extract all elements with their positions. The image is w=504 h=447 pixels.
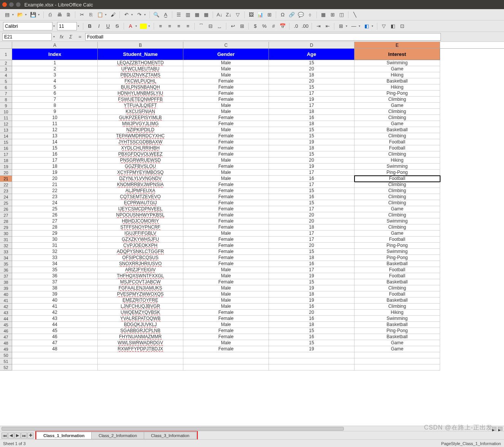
data-cell[interactable]: ECPRWAUTGIJ: [98, 200, 183, 206]
data-cell[interactable]: Climbing: [355, 200, 440, 206]
autofilter-icon[interactable]: ▽: [380, 22, 388, 30]
row-header[interactable]: 21: [0, 176, 12, 182]
empty-cell[interactable]: [12, 358, 98, 364]
column-header-C[interactable]: C: [183, 42, 269, 48]
data-cell[interactable]: TEPAWMDRRDCYXHC: [98, 133, 183, 139]
data-cell[interactable]: NPOOUSNHWYPKBSL: [98, 212, 183, 218]
data-cell[interactable]: Basketball: [355, 279, 440, 285]
data-cell[interactable]: LEQAZZBTHOMENTD: [98, 60, 183, 66]
data-cell[interactable]: 35: [12, 267, 98, 273]
strike-icon[interactable]: S: [113, 22, 121, 30]
data-cell[interactable]: Basketball: [355, 297, 440, 304]
data-cell[interactable]: Hiking: [355, 157, 440, 164]
data-cell[interactable]: 29: [12, 231, 98, 237]
data-cell[interactable]: PVESPMYZWWOXQS: [98, 291, 183, 297]
data-cell[interactable]: Game: [355, 340, 440, 346]
data-cell[interactable]: 10: [12, 115, 98, 121]
data-cell[interactable]: 20: [269, 243, 355, 249]
row-header[interactable]: 46: [0, 328, 12, 334]
save-icon[interactable]: 💾: [29, 11, 37, 19]
data-cell[interactable]: 20: [269, 310, 355, 316]
data-cell[interactable]: SGABBGRJCPLNB: [98, 328, 183, 334]
data-cell[interactable]: CQTSEMTZEVEVO: [98, 194, 183, 200]
row-icon[interactable]: ☰: [175, 11, 183, 19]
data-cell[interactable]: Female: [183, 316, 269, 322]
data-cell[interactable]: 2: [12, 66, 98, 72]
row-header[interactable]: 17: [0, 151, 12, 157]
tab-first-icon[interactable]: ⏮: [2, 433, 8, 439]
data-cell[interactable]: 19: [269, 139, 355, 145]
row-header[interactable]: 19: [0, 164, 12, 170]
row-header[interactable]: 41: [0, 297, 12, 304]
data-cell[interactable]: 16: [269, 304, 355, 310]
image-icon[interactable]: 🖼: [247, 11, 255, 19]
dec-decimal-icon[interactable]: .00: [301, 22, 309, 30]
empty-cell[interactable]: [98, 358, 183, 364]
data-cell[interactable]: 45: [12, 328, 98, 334]
row-header[interactable]: 43: [0, 310, 12, 316]
border-color-icon[interactable]: ◧: [362, 22, 371, 30]
data-cell[interactable]: Female: [183, 255, 269, 261]
print-icon[interactable]: 🖶: [55, 11, 64, 19]
data-cell[interactable]: 18: [269, 121, 355, 127]
data-cell[interactable]: 15: [269, 151, 355, 157]
data-cell[interactable]: WWLSWRWADRDGV: [98, 340, 183, 346]
row-header[interactable]: 6: [0, 84, 12, 91]
data-cell[interactable]: Ping-Pong: [355, 328, 440, 334]
empty-cell[interactable]: [98, 352, 183, 358]
tab-next-icon[interactable]: ▶: [14, 433, 21, 439]
function-wizard-icon[interactable]: fx: [58, 33, 65, 41]
data-cell[interactable]: Female: [183, 194, 269, 200]
data-cell[interactable]: 34: [12, 261, 98, 267]
data-cell[interactable]: Female: [183, 237, 269, 243]
row-header[interactable]: 32: [0, 243, 12, 249]
data-cell[interactable]: 23: [12, 194, 98, 200]
data-cell[interactable]: Male: [183, 304, 269, 310]
data-cell[interactable]: XCYFPMYEYIMBOSQ: [98, 170, 183, 176]
data-cell[interactable]: 7: [12, 97, 98, 103]
data-cell[interactable]: MWJPVGYJLIMG: [98, 121, 183, 127]
data-cell[interactable]: Swimming: [355, 316, 440, 322]
data-cell[interactable]: CVPJOEOKXPH: [98, 243, 183, 249]
row-header[interactable]: 12: [0, 121, 12, 127]
data-cell[interactable]: Female: [183, 78, 269, 84]
data-cell[interactable]: 11: [12, 121, 98, 127]
data-cell[interactable]: HBHDJCOMORIY: [98, 218, 183, 224]
data-cell[interactable]: 17: [269, 267, 355, 273]
data-cell[interactable]: Swimming: [355, 249, 440, 255]
data-cell[interactable]: 48: [12, 346, 98, 352]
data-cell[interactable]: Climbing: [355, 97, 440, 103]
data-cell[interactable]: DZYNLYLVVNGNDV: [98, 176, 183, 182]
data-cell[interactable]: FGFAALENJIAMUKS: [98, 285, 183, 291]
data-cell[interactable]: 16: [269, 194, 355, 200]
dec-indent-icon[interactable]: ⇤: [323, 22, 332, 30]
data-cell[interactable]: 38: [12, 285, 98, 291]
data-cell[interactable]: FSWUETEQNMPFFB: [98, 97, 183, 103]
row-header[interactable]: 30: [0, 231, 12, 237]
data-cell[interactable]: Male: [183, 273, 269, 279]
data-cell[interactable]: Male: [183, 60, 269, 66]
font-name-input[interactable]: [3, 22, 52, 30]
row-header[interactable]: 16: [0, 145, 12, 151]
data-cell[interactable]: 18: [269, 72, 355, 78]
data-cell[interactable]: 17: [12, 157, 98, 164]
data-cell[interactable]: Game: [355, 121, 440, 127]
column-header-B[interactable]: B: [98, 42, 183, 48]
sort-desc-icon[interactable]: Z↓: [224, 11, 233, 19]
data-cell[interactable]: 19: [269, 164, 355, 170]
data-cell[interactable]: Climbing: [355, 285, 440, 291]
data-cell[interactable]: 39: [12, 291, 98, 297]
data-cell[interactable]: Male: [183, 291, 269, 297]
sum-icon[interactable]: Σ: [67, 33, 75, 41]
data-cell[interactable]: BDGQKJUVKLJ: [98, 322, 183, 328]
data-cell[interactable]: Climbing: [355, 109, 440, 115]
data-cell[interactable]: Male: [183, 285, 269, 291]
data-cell[interactable]: Climbing: [355, 188, 440, 194]
data-cell[interactable]: PNSGRWRUEWSD: [98, 157, 183, 164]
empty-cell[interactable]: [355, 364, 440, 371]
filter-icon[interactable]: ▽: [234, 11, 242, 19]
data-cell[interactable]: 15: [269, 188, 355, 194]
data-cell[interactable]: Football: [355, 176, 440, 182]
data-cell[interactable]: 30: [12, 237, 98, 243]
data-cell[interactable]: Football: [355, 139, 440, 145]
